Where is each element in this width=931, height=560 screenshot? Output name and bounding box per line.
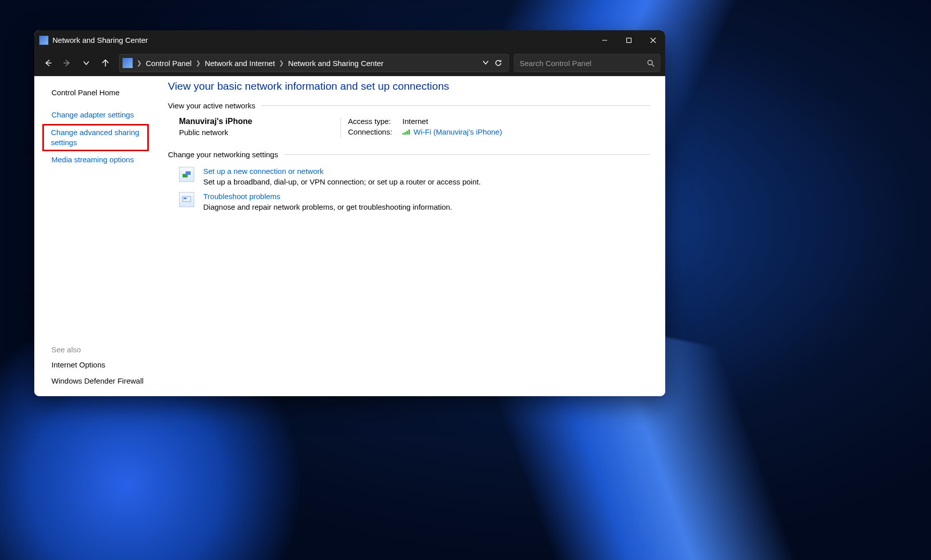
- firewall-link[interactable]: Windows Defender Firewall: [34, 373, 153, 389]
- refresh-icon[interactable]: [494, 59, 502, 67]
- sidebar: Control Panel Home Change adapter settin…: [34, 76, 153, 396]
- svg-rect-10: [404, 132, 406, 135]
- breadcrumb-network-sharing[interactable]: Network and Sharing Center: [285, 59, 386, 68]
- minimize-icon: [602, 37, 608, 43]
- app-icon: [39, 36, 48, 45]
- search-placeholder: Search Control Panel: [519, 59, 592, 68]
- arrow-left-icon: [43, 58, 52, 68]
- chevron-down-icon[interactable]: [482, 59, 489, 66]
- networking-settings-heading: Change your networking settings: [168, 150, 650, 159]
- svg-point-7: [648, 60, 653, 65]
- chevron-down-icon: [83, 59, 90, 67]
- up-button[interactable]: [97, 54, 114, 72]
- troubleshoot-icon: [179, 192, 194, 207]
- setup-connection-item: Set up a new connection or network Set u…: [168, 164, 650, 189]
- maximize-button[interactable]: [617, 30, 641, 50]
- window-title: Network and Sharing Center: [52, 36, 148, 44]
- svg-rect-9: [402, 133, 404, 135]
- minimize-button[interactable]: [593, 30, 617, 50]
- control-panel-home-link[interactable]: Control Panel Home: [34, 85, 153, 100]
- change-advanced-sharing-link[interactable]: Change advanced sharing settings: [42, 124, 149, 152]
- active-networks-heading: View your active networks: [168, 101, 650, 110]
- access-type-value: Internet: [402, 117, 428, 126]
- change-adapter-link[interactable]: Change adapter settings: [34, 107, 153, 122]
- search-icon: [647, 59, 655, 67]
- svg-rect-12: [409, 130, 410, 135]
- access-type-label: Access type:: [348, 117, 402, 126]
- navbar: ❯ Control Panel ❯ Network and Internet ❯…: [34, 50, 665, 76]
- svg-rect-1: [627, 38, 631, 42]
- see-also-heading: See also: [34, 342, 153, 357]
- network-type: Public network: [179, 128, 340, 137]
- see-also-section: See also Internet Options Windows Defend…: [34, 342, 153, 390]
- window-frame: Network and Sharing Center ❯ Control P: [34, 30, 665, 396]
- network-name: Manuviraj's iPhone: [179, 117, 340, 126]
- recent-dropdown-button[interactable]: [78, 54, 95, 72]
- address-bar[interactable]: ❯ Control Panel ❯ Network and Internet ❯…: [119, 54, 509, 72]
- connection-link[interactable]: Wi-Fi (Manuviraj's iPhone): [402, 128, 502, 136]
- wifi-signal-icon: [402, 129, 411, 135]
- setup-connection-link[interactable]: Set up a new connection or network: [203, 167, 481, 175]
- chevron-right-icon: ❯: [278, 59, 285, 67]
- back-button[interactable]: [39, 54, 56, 72]
- search-input[interactable]: Search Control Panel: [514, 54, 660, 72]
- control-panel-icon: [123, 58, 133, 68]
- active-network-row: Manuviraj's iPhone Public network Access…: [168, 115, 650, 147]
- internet-options-link[interactable]: Internet Options: [34, 357, 153, 373]
- content-area: Control Panel Home Change adapter settin…: [34, 76, 665, 396]
- connections-label: Connections:: [348, 128, 402, 136]
- setup-connection-icon: [179, 167, 194, 182]
- maximize-icon: [626, 37, 632, 43]
- troubleshoot-link[interactable]: Troubleshoot problems: [203, 192, 452, 201]
- svg-line-8: [652, 65, 654, 67]
- close-button[interactable]: [641, 30, 665, 50]
- close-icon: [650, 37, 656, 43]
- svg-rect-11: [406, 131, 408, 135]
- breadcrumb-control-panel[interactable]: Control Panel: [143, 59, 195, 68]
- arrow-right-icon: [63, 58, 72, 68]
- forward-button[interactable]: [59, 54, 76, 72]
- chevron-right-icon: ❯: [195, 59, 202, 67]
- troubleshoot-item: Troubleshoot problems Diagnose and repai…: [168, 189, 650, 214]
- main-panel: View your basic network information and …: [153, 76, 665, 396]
- titlebar[interactable]: Network and Sharing Center: [34, 30, 665, 50]
- setup-connection-desc: Set up a broadband, dial-up, or VPN conn…: [203, 177, 481, 186]
- media-streaming-link[interactable]: Media streaming options: [34, 152, 153, 167]
- arrow-up-icon: [101, 58, 110, 68]
- svg-rect-16: [184, 198, 187, 199]
- breadcrumb-network-internet[interactable]: Network and Internet: [202, 59, 278, 68]
- page-title: View your basic network information and …: [168, 80, 650, 92]
- troubleshoot-desc: Diagnose and repair network problems, or…: [203, 203, 452, 211]
- svg-rect-14: [186, 171, 191, 175]
- chevron-right-icon: ❯: [136, 59, 143, 67]
